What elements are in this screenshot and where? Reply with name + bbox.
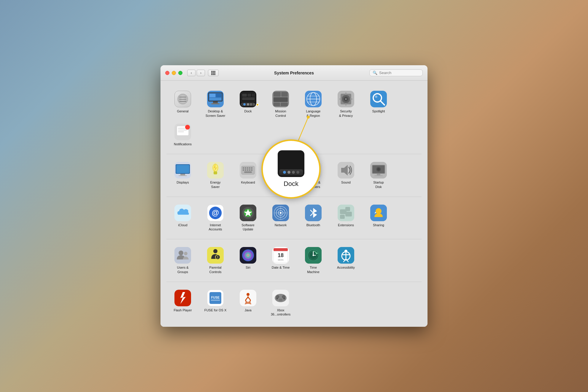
- svg-rect-88: [316, 169, 318, 171]
- svg-rect-58: [176, 165, 189, 173]
- pref-general[interactable]: General: [166, 88, 199, 121]
- pref-siri[interactable]: Siri: [232, 244, 264, 277]
- energy-icon: [207, 162, 224, 179]
- svg-point-125: [376, 208, 382, 214]
- svg-rect-87: [309, 173, 317, 176]
- back-button[interactable]: ‹: [187, 70, 196, 76]
- svg-rect-78: [244, 171, 252, 173]
- pref-bluetooth[interactable]: Bluetooth: [297, 202, 330, 235]
- pref-mouse[interactable]: Mouse: [264, 159, 297, 192]
- timemachine-label: TimeMachine: [307, 265, 320, 274]
- svg-rect-138: [274, 248, 288, 251]
- pref-users[interactable]: Users &Groups: [166, 244, 199, 277]
- mouse-icon: [272, 162, 289, 179]
- energy-label: EnergySaver: [210, 180, 221, 189]
- search-box[interactable]: 🔍: [369, 69, 423, 76]
- svg-rect-169: [279, 299, 282, 301]
- pref-desktop[interactable]: Desktop &Screen Saver: [199, 88, 232, 121]
- pref-parental[interactable]: ! ParentalControls: [199, 244, 232, 277]
- accessibility-label: Accessibility: [337, 265, 355, 270]
- siri-label: Siri: [246, 265, 250, 270]
- pref-accessibility[interactable]: Accessibility: [330, 244, 362, 277]
- svg-rect-70: [247, 167, 248, 169]
- svg-rect-74: [245, 169, 246, 171]
- pref-keyboard[interactable]: Keyboard: [232, 159, 264, 192]
- grid-view-button[interactable]: [208, 70, 219, 76]
- dock-indicator: [256, 103, 259, 106]
- grid-icon: [211, 71, 215, 75]
- divider-3: [166, 239, 422, 239]
- pref-spotlight[interactable]: Spotlight: [362, 88, 395, 121]
- keyboard-icon: [240, 162, 256, 179]
- pref-displays[interactable]: Displays: [166, 159, 199, 192]
- svg-rect-71: [249, 167, 250, 169]
- svg-rect-26: [281, 92, 288, 97]
- security-icon: [338, 91, 354, 107]
- pref-flash[interactable]: Flash Player: [166, 287, 199, 320]
- pref-icloud[interactable]: iCloud: [166, 202, 199, 235]
- svg-point-171: [283, 298, 285, 299]
- svg-rect-90: [309, 174, 312, 175]
- divider-4: [166, 282, 422, 282]
- pref-timemachine[interactable]: TimeMachine: [297, 244, 330, 277]
- svg-rect-25: [274, 92, 281, 97]
- svg-rect-17: [252, 94, 255, 97]
- pref-network[interactable]: Network: [264, 202, 297, 235]
- svg-rect-54: [178, 131, 184, 132]
- svg-point-22: [250, 103, 252, 106]
- startup-label: StartupDisk: [373, 180, 384, 189]
- pref-sharing[interactable]: Sharing: [362, 202, 395, 235]
- svg-point-127: [179, 251, 183, 255]
- pref-energy[interactable]: EnergySaver: [199, 159, 232, 192]
- java-label: Java: [244, 308, 251, 312]
- svg-rect-15: [242, 94, 247, 97]
- pref-fuse[interactable]: FUSE FUSE for OS X: [199, 287, 232, 320]
- bluetooth-icon: [305, 205, 322, 221]
- notifications-label: Notifications: [174, 142, 192, 146]
- minimize-button[interactable]: [172, 71, 176, 75]
- svg-point-49: [375, 95, 377, 98]
- pref-security[interactable]: Security& Privacy: [330, 88, 362, 121]
- svg-rect-123: [340, 215, 345, 219]
- pref-mission[interactable]: MissionControl: [264, 88, 297, 121]
- maximize-button[interactable]: [178, 71, 182, 75]
- pref-internet[interactable]: @ InternetAccounts: [199, 202, 232, 235]
- pref-datetime[interactable]: 18 MON Date & Time: [264, 244, 297, 277]
- pref-startup[interactable]: StartupDisk: [362, 159, 395, 192]
- pref-notifications[interactable]: Notifications: [166, 121, 199, 149]
- pref-printers[interactable]: Printers &Scanners: [297, 159, 330, 192]
- pref-java[interactable]: Java: [232, 287, 264, 320]
- svg-rect-1: [179, 97, 186, 98]
- divider-2: [166, 197, 422, 197]
- row-personal: General Desktop &Screen Saver: [166, 85, 422, 152]
- pref-sound[interactable]: Sound: [330, 159, 362, 192]
- svg-rect-3: [179, 101, 186, 102]
- pref-language[interactable]: Language& Region: [297, 88, 330, 121]
- forward-button[interactable]: ›: [197, 70, 205, 76]
- dock-icon: [240, 91, 256, 107]
- language-icon: [305, 91, 322, 107]
- svg-point-97: [377, 168, 380, 171]
- close-button[interactable]: [165, 71, 169, 75]
- svg-text:MON: MON: [278, 259, 284, 261]
- network-label: Network: [275, 223, 287, 227]
- search-input[interactable]: [379, 71, 419, 75]
- sound-icon: [338, 162, 354, 179]
- svg-rect-73: [243, 169, 244, 171]
- pref-extensions[interactable]: Extensions: [330, 202, 362, 235]
- pref-software[interactable]: SoftwareUpdate: [232, 202, 264, 235]
- desktop-label: Desktop &Screen Saver: [206, 109, 225, 118]
- svg-rect-72: [251, 167, 252, 169]
- mission-icon: [272, 91, 289, 107]
- svg-rect-126: [174, 247, 191, 264]
- svg-point-164: [247, 293, 249, 296]
- pref-xbox[interactable]: Xbox 36...ontrollers: [264, 287, 297, 320]
- svg-rect-8: [216, 94, 221, 97]
- svg-point-20: [243, 103, 246, 106]
- datetime-label: Date & Time: [272, 265, 290, 270]
- svg-rect-9: [209, 98, 221, 100]
- pref-dock[interactable]: Dock: [232, 88, 264, 121]
- parental-label: ParentalControls: [209, 265, 222, 274]
- startup-icon: [370, 162, 387, 179]
- svg-rect-44: [339, 98, 342, 100]
